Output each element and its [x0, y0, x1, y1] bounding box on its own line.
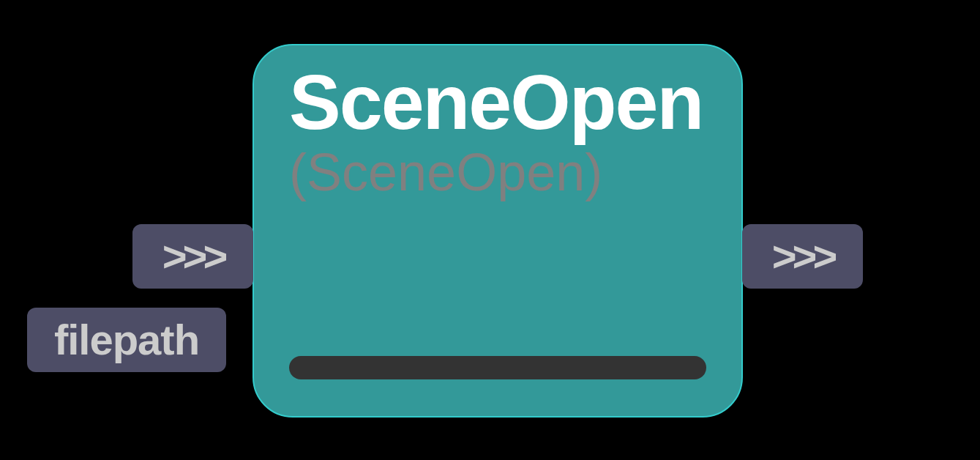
node-title: SceneOpen: [289, 62, 706, 143]
port-output-execution[interactable]: >>>: [742, 224, 863, 289]
chevrons-right-icon: >>>: [162, 235, 224, 278]
node-body: SceneOpen (SceneOpen): [253, 44, 743, 418]
chevrons-right-icon: >>>: [772, 235, 834, 278]
port-filepath-label: filepath: [54, 319, 199, 361]
node-subtitle: (SceneOpen): [289, 146, 706, 199]
node-sceneopen[interactable]: SceneOpen (SceneOpen): [253, 44, 743, 418]
node-spacer: [289, 199, 706, 356]
filepath-input-field[interactable]: [289, 356, 706, 379]
port-input-execution[interactable]: >>>: [132, 224, 253, 289]
port-input-filepath[interactable]: filepath: [27, 308, 226, 372]
